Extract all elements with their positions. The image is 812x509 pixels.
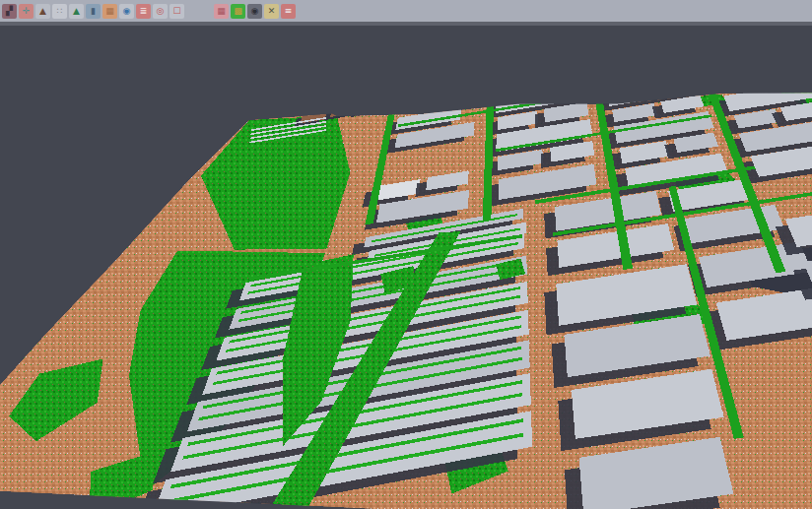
move-tool-button[interactable]: ▞ — [2, 4, 17, 19]
grid-crop-button[interactable]: ▦ — [214, 4, 229, 19]
target-button[interactable]: ◎ — [153, 4, 168, 19]
ortho-button[interactable]: ▦ — [102, 4, 117, 19]
ruler-icon: ≡ — [285, 7, 293, 16]
globe-button[interactable]: ◉ — [119, 4, 134, 19]
points-tool-button[interactable]: ∷ — [52, 4, 67, 19]
column-view-icon: ▮ — [91, 7, 96, 16]
marker-button[interactable]: ✕ — [264, 4, 279, 19]
dem-icon: ▲ — [73, 7, 80, 16]
point-cloud-3d-view[interactable] — [0, 0, 812, 509]
toolbar: ▞✛▲∷▲▮▦◉≣◎☐▦▩◉✕≡ — [0, 0, 812, 22]
move-tool-icon: ▞ — [6, 7, 13, 16]
list-icon: ≣ — [140, 7, 148, 16]
classification-icon: ▩ — [234, 7, 242, 16]
grid-crop-icon: ▦ — [217, 7, 226, 16]
globe-icon: ◉ — [123, 7, 131, 16]
list-button[interactable]: ≣ — [136, 4, 151, 19]
classification-button[interactable]: ▩ — [231, 4, 245, 19]
region-select-button[interactable]: ☐ — [169, 4, 184, 19]
dem-button[interactable]: ▲ — [69, 4, 84, 19]
align-tool-icon: ✛ — [23, 7, 31, 16]
ruler-button[interactable]: ≡ — [281, 4, 296, 19]
column-view-button[interactable]: ▮ — [86, 4, 101, 19]
toolbar-border — [0, 22, 812, 26]
align-tool-button[interactable]: ✛ — [19, 4, 34, 19]
target-icon: ◎ — [157, 7, 165, 16]
terrain-tool-icon: ▲ — [39, 7, 46, 16]
marker-icon: ✕ — [268, 7, 276, 16]
region-select-icon: ☐ — [172, 7, 180, 16]
model-viewport[interactable] — [0, 0, 812, 509]
points-tool-icon: ∷ — [57, 7, 63, 16]
application-window: ▞✛▲∷▲▮▦◉≣◎☐▦▩◉✕≡ — [0, 0, 812, 509]
camera-button[interactable]: ◉ — [247, 4, 262, 19]
ortho-icon: ▦ — [105, 7, 114, 16]
terrain-tool-button[interactable]: ▲ — [35, 4, 50, 19]
camera-icon: ◉ — [251, 7, 259, 16]
